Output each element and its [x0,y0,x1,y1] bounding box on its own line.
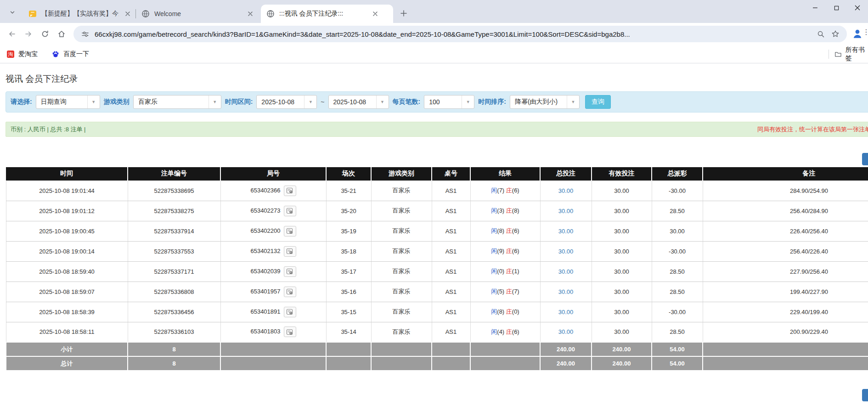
cell-round: 653402273 [220,201,326,221]
browser-tab-forum[interactable]: 【新提醒】【实战有奖】今天在 [23,5,135,23]
cell-time: 2025-10-08 18:58:11 [6,322,128,342]
tab-search-button[interactable] [6,6,19,19]
total-bet-link[interactable]: 30.00 [558,268,574,275]
browser-toolbar: 66cxkj98.com/game/betrecord_search/kind3… [0,23,868,45]
cell-time: 2025-10-08 18:59:40 [6,261,128,282]
tab-close-button[interactable] [246,10,254,18]
footer-payout: 54.00 [652,342,703,356]
tab-close-button[interactable] [371,10,379,18]
bookmark-star-button[interactable] [830,29,840,39]
cell-note: 256.40/226.40 [703,241,868,261]
cell-round: 653401957 [220,282,326,302]
cell-game-type: 百家乐 [371,302,432,322]
cell-total-bet: 30.00 [540,180,592,201]
column-header: 结果 [470,167,540,180]
footer-count: 8 [128,356,220,371]
maximize-icon [834,6,839,11]
video-replay-button[interactable] [284,226,296,236]
cell-session: 35-21 [326,180,371,201]
footer-empty-cell [326,356,371,371]
cell-round: 653401803 [220,322,326,342]
total-bet-link[interactable]: 30.00 [558,328,574,335]
cell-valid-bet: 30.00 [592,201,652,221]
cell-payout: 28.50 [652,201,703,221]
sort-order-value: 降幂(由大到小) [510,96,567,108]
window-controls [805,0,868,16]
result-banker-score: (6) [512,248,519,254]
date-range-label: 时间区间: [225,98,253,106]
video-replay-button[interactable] [284,287,296,297]
same-round-warning-text: 同局有效投注，统一计算在该局第一张注单内 [757,125,868,134]
browser-tab-welcome[interactable]: Welcome [136,5,261,23]
browser-tab-betrecord[interactable]: :::视讯 会员下注纪录::: [261,5,393,23]
maximize-button[interactable] [826,0,847,16]
edge-button-bottom[interactable] [862,389,868,401]
column-header: 备注 [703,167,868,180]
total-bet-link[interactable]: 30.00 [558,187,574,194]
column-header: 总派彩 [652,167,703,180]
cell-round: 653402132 [220,241,326,261]
page-content: 视讯 会员下注纪录 请选择: 日期查询 ▼ 游戏类别 百家乐 ▼ 时间区间: 2… [0,73,868,371]
query-type-select[interactable]: 日期查询 ▼ [36,95,100,109]
sort-order-select[interactable]: 降幂(由大到小) ▼ [510,95,580,109]
browser-menu-button[interactable]: ⋮ [862,28,868,36]
video-replay-button[interactable] [284,246,296,257]
video-replay-button[interactable] [284,186,296,196]
tab-title: Welcome [154,10,242,17]
url-text[interactable]: 66cxkj98.com/game/betrecord_search/kind3… [95,30,811,38]
video-replay-icon [286,288,293,295]
game-category-select[interactable]: 百家乐 ▼ [133,95,221,109]
result-banker: 庄 [506,328,512,335]
forward-button[interactable] [20,26,37,42]
per-page-select[interactable]: 100 ▼ [424,95,474,109]
cell-valid-bet: 30.00 [592,241,652,261]
table-header-row: 时间注单编号局号场次游戏类别桌号结果总投注有效投注总派彩备注 [6,167,868,180]
video-replay-button[interactable] [284,307,296,317]
bookmark-taobao[interactable]: 淘 爱淘宝 [6,50,38,58]
cell-game-type: 百家乐 [371,322,432,342]
video-replay-icon [286,248,293,254]
date-end-select[interactable]: 2025-10-08 ▼ [328,95,389,109]
cell-table-number: AS1 [432,261,470,282]
reload-button[interactable] [37,26,53,42]
search-button[interactable]: 查询 [585,95,611,109]
total-bet-link[interactable]: 30.00 [558,208,574,214]
total-bet-link[interactable]: 30.00 [558,288,574,295]
video-replay-button[interactable] [284,327,296,337]
bookmark-baidu[interactable]: 百度一下 [51,50,89,58]
cell-total-bet: 30.00 [540,261,592,282]
result-banker-score: (6) [512,187,519,194]
footer-empty-cell [371,356,432,371]
back-button[interactable] [4,26,20,42]
date-start-select[interactable]: 2025-10-08 ▼ [256,95,317,109]
result-player: 闲 [491,328,497,335]
all-bookmarks-button[interactable]: 所有书签 [829,45,868,63]
total-bet-link[interactable]: 30.00 [558,309,574,315]
edge-button-top[interactable] [862,153,868,165]
cell-total-bet: 30.00 [540,241,592,261]
zoom-button[interactable] [816,29,826,39]
cell-valid-bet: 30.00 [592,221,652,241]
new-tab-button[interactable] [397,6,411,20]
column-header: 局号 [220,167,326,180]
cell-valid-bet: 30.00 [592,322,652,342]
video-replay-button[interactable] [284,206,296,216]
tab-close-button[interactable] [124,10,132,18]
result-banker: 庄 [506,308,512,315]
address-bar[interactable]: 66cxkj98.com/game/betrecord_search/kind3… [73,26,847,42]
footer-label: 总计 [6,356,128,371]
video-replay-button[interactable] [284,266,296,277]
total-bet-link[interactable]: 30.00 [558,228,574,235]
cell-note: 199.40/227.90 [703,282,868,302]
minimize-button[interactable] [805,0,826,16]
home-button[interactable] [53,26,70,42]
tab-title: 【新提醒】【实战有奖】今天在 [41,10,119,18]
site-settings-button[interactable] [80,29,90,39]
cell-bet-id: 522875336103 [128,322,220,342]
forward-arrow-icon [24,30,33,38]
total-bet-link[interactable]: 30.00 [558,248,574,255]
svg-text:淘: 淘 [8,51,13,57]
close-window-button[interactable] [847,0,868,16]
cell-total-bet: 30.00 [540,282,592,302]
cell-payout: -30.00 [652,302,703,322]
